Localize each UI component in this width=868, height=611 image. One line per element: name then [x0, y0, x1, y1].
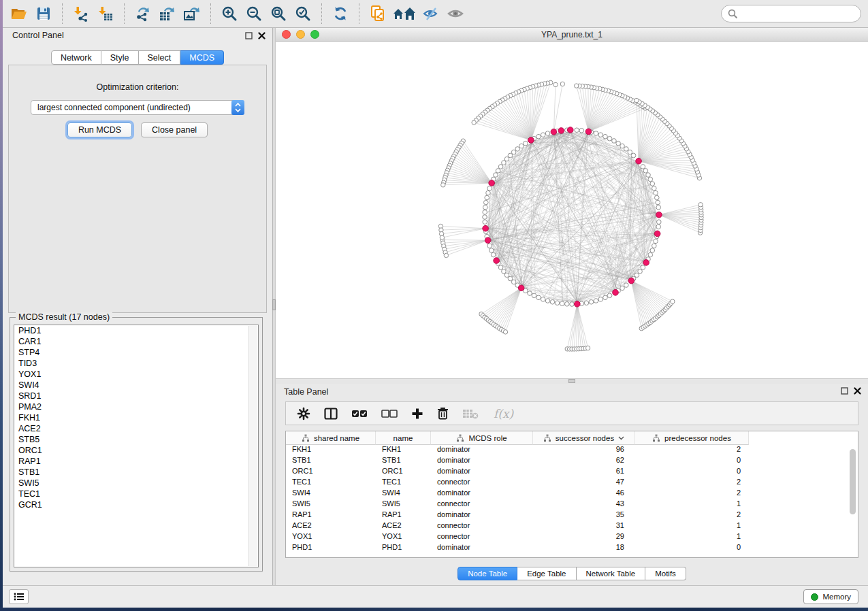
graph-hub-node[interactable] — [494, 258, 500, 264]
graph-node[interactable] — [487, 244, 492, 248]
graph-leaf-node[interactable] — [585, 346, 590, 350]
graph-node[interactable] — [483, 215, 487, 220]
graph-node[interactable] — [603, 295, 608, 300]
network-window-titlebar[interactable]: YPA_prune.txt_1 — [276, 28, 868, 42]
graph-hub-node[interactable] — [585, 129, 592, 135]
close-panel-button[interactable]: Close panel — [141, 122, 208, 137]
graph-node[interactable] — [620, 144, 625, 148]
graph-hub-node[interactable] — [656, 212, 662, 218]
column-header[interactable]: shared name — [286, 431, 376, 445]
graph-node[interactable] — [491, 252, 496, 257]
save-session-button[interactable] — [31, 3, 56, 24]
float-panel-icon[interactable] — [841, 387, 848, 395]
table-cell[interactable]: RAP1 — [286, 510, 376, 521]
float-panel-icon[interactable] — [245, 32, 253, 39]
table-cell[interactable]: 1 — [635, 521, 749, 532]
graph-hub-node[interactable] — [485, 237, 491, 244]
run-mcds-button[interactable]: Run MCDS — [67, 122, 132, 137]
table-cell[interactable]: ACE2 — [286, 521, 376, 532]
graph-hub-node[interactable] — [558, 128, 564, 134]
zoom-in-button[interactable] — [217, 3, 242, 24]
table-cell[interactable]: 62 — [533, 456, 635, 467]
memory-button[interactable]: Memory — [803, 589, 858, 604]
graph-node[interactable] — [656, 205, 661, 210]
graph-node[interactable] — [487, 186, 492, 191]
graph-node[interactable] — [508, 276, 513, 281]
graph-node[interactable] — [641, 165, 645, 169]
table-cell[interactable]: connector — [431, 499, 533, 510]
table-cell[interactable]: dominator — [431, 510, 533, 521]
graph-node[interactable] — [536, 134, 541, 139]
task-history-button[interactable] — [9, 589, 29, 604]
table-cell[interactable]: YOX1 — [376, 532, 431, 543]
hide-selected-button[interactable] — [419, 3, 443, 24]
graph-node[interactable] — [631, 153, 636, 158]
mcds-result-item[interactable]: FKH1 — [14, 412, 258, 423]
mcds-result-item[interactable]: SWI4 — [14, 380, 258, 391]
graph-hub-node[interactable] — [528, 137, 534, 144]
import-network-button[interactable] — [69, 3, 93, 24]
graph-node[interactable] — [508, 153, 513, 158]
table-cell[interactable]: 46 — [533, 489, 635, 499]
table-cell[interactable]: SWI5 — [286, 499, 376, 510]
network-view-canvas[interactable] — [276, 42, 868, 378]
window-minimize-button[interactable] — [296, 30, 305, 39]
tab-style[interactable]: Style — [101, 50, 139, 65]
graph-node[interactable] — [565, 301, 570, 306]
graph-node[interactable] — [504, 273, 509, 278]
graph-node[interactable] — [643, 169, 648, 174]
graph-hub-node[interactable] — [636, 158, 642, 164]
table-cell[interactable]: PHD1 — [286, 543, 376, 554]
graph-node[interactable] — [616, 141, 621, 146]
table-cell[interactable]: dominator — [431, 467, 533, 478]
column-header[interactable]: successor nodes — [533, 431, 635, 445]
table-cell[interactable]: 29 — [533, 532, 635, 543]
graph-node[interactable] — [504, 156, 509, 161]
mcds-result-item[interactable]: STB1 — [14, 467, 258, 478]
table-cell[interactable]: ORC1 — [286, 467, 376, 478]
graph-node[interactable] — [494, 173, 498, 178]
graph-node[interactable] — [584, 301, 589, 306]
graph-leaf-node[interactable] — [441, 183, 445, 187]
mcds-result-item[interactable]: TID3 — [14, 358, 258, 369]
table-cell[interactable]: FKH1 — [286, 445, 376, 456]
mcds-result-item[interactable]: STB5 — [14, 434, 258, 445]
select-all-columns-button[interactable] — [351, 410, 368, 418]
close-panel-icon[interactable] — [854, 387, 861, 395]
graph-node[interactable] — [498, 265, 503, 270]
table-cell[interactable]: 2 — [635, 445, 749, 456]
table-cell[interactable]: SWI4 — [286, 489, 376, 499]
refresh-layout-button[interactable] — [328, 3, 353, 24]
table-cell[interactable]: YOX1 — [286, 532, 376, 543]
table-cell[interactable]: TEC1 — [376, 478, 431, 489]
graph-hub-node[interactable] — [628, 278, 634, 284]
close-panel-icon[interactable] — [258, 32, 266, 39]
zoom-fit-button[interactable] — [266, 3, 291, 24]
graph-node[interactable] — [594, 131, 598, 136]
tab-motifs[interactable]: Motifs — [645, 567, 686, 580]
graph-node[interactable] — [545, 131, 550, 136]
table-cell[interactable]: STB1 — [376, 456, 431, 467]
graph-node[interactable] — [484, 200, 489, 205]
mcds-result-item[interactable]: ACE2 — [14, 423, 258, 434]
graph-node[interactable] — [515, 147, 520, 152]
mcds-result-item[interactable]: ORC1 — [14, 445, 258, 456]
mcds-result-item[interactable]: RAP1 — [14, 456, 258, 467]
delete-column-button[interactable] — [437, 407, 449, 420]
tab-edge-table[interactable]: Edge Table — [517, 567, 576, 580]
graph-node[interactable] — [646, 173, 651, 178]
table-cell[interactable]: 35 — [533, 510, 635, 521]
table-cell[interactable]: RAP1 — [376, 510, 431, 521]
graph-node[interactable] — [594, 299, 598, 303]
table-cell[interactable]: 43 — [533, 499, 635, 510]
deselect-all-columns-button[interactable] — [381, 410, 398, 418]
table-cell[interactable]: SWI4 — [376, 489, 431, 499]
table-cell[interactable]: SWI5 — [376, 499, 431, 510]
graph-node[interactable] — [483, 220, 487, 225]
column-header[interactable]: name — [376, 431, 431, 445]
optimization-select[interactable]: largest connected component (undirected) — [31, 100, 244, 115]
network-graph[interactable] — [276, 42, 868, 378]
graph-node[interactable] — [550, 299, 555, 304]
graph-node[interactable] — [638, 269, 643, 274]
graph-leaf-node[interactable] — [634, 98, 639, 102]
